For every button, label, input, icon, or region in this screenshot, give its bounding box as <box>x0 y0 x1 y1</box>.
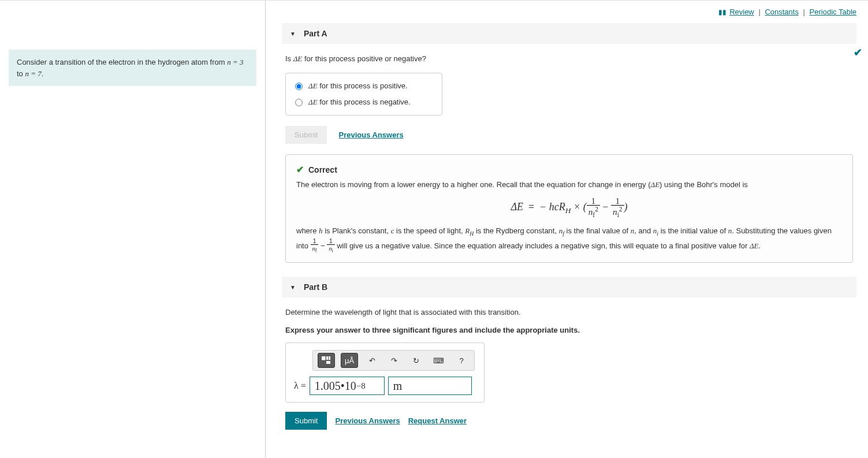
top-links: ▮▮ Review | Constants | Periodic Table <box>282 1 856 23</box>
part-a-body: Is ΔE for this process positive or negat… <box>282 54 856 277</box>
opt2-var: ΔE <box>308 98 318 106</box>
review-link[interactable]: Review <box>729 8 754 16</box>
q-prefix: Is <box>285 54 293 63</box>
part-a-question: Is ΔE for this process positive or negat… <box>285 54 853 64</box>
equation: ΔE = − hcRH × (1nf2 − 1ni2) <box>296 196 842 219</box>
part-b-buttons: Submit Previous Answers Request Answer <box>285 412 853 430</box>
l2a: where <box>296 226 319 235</box>
radio-negative[interactable] <box>295 99 303 106</box>
f2da: n <box>613 207 617 217</box>
opt2-text: for this process is negative. <box>318 98 411 106</box>
eq-rhs-a: − hcR <box>539 201 565 213</box>
keyboard-button[interactable]: ⌨ <box>430 353 448 368</box>
l2d: is the Rydberg constant, <box>474 226 558 235</box>
submit-button-a: Submit <box>285 126 327 144</box>
part-b-header[interactable]: ▼ Part B <box>282 277 856 297</box>
part-a-header[interactable]: ▼ Part A ✔ <box>282 23 856 44</box>
checkmark-icon: ✔ <box>296 163 304 177</box>
problem-mid: to <box>17 69 25 78</box>
feedback-text: The electron is moving from a lower ener… <box>296 179 842 254</box>
checkmark-icon: ✔ <box>854 46 862 59</box>
value-input[interactable]: 1.005 • 10−8 <box>310 377 385 395</box>
part-b-title: Part B <box>304 282 327 292</box>
fb-1a: The electron is moving from a lower ener… <box>296 180 651 189</box>
feedback-box: ✔ Correct The electron is moving from a … <box>285 154 853 263</box>
units-button[interactable]: μÅ <box>341 353 358 368</box>
f1dp: 2 <box>595 206 598 213</box>
f1n: 1 <box>587 196 600 206</box>
f2n: 1 <box>611 196 624 206</box>
eq-minus: − <box>600 201 611 213</box>
l2m: − <box>318 241 327 250</box>
l2f: , and <box>634 226 653 235</box>
feedback-title-text: Correct <box>308 164 337 176</box>
problem-n-from: n = 3 <box>227 58 243 66</box>
eq-eq: = <box>528 201 534 213</box>
val-dot: • <box>341 379 345 393</box>
main-panel: ▮▮ Review | Constants | Periodic Table ▼… <box>265 1 868 458</box>
problem-n-to: n = 7 <box>25 69 41 78</box>
request-answer-link[interactable]: Request Answer <box>408 416 467 425</box>
val-ten: 10 <box>345 379 356 393</box>
unit-text: m <box>393 379 403 393</box>
problem-suffix: . <box>42 69 44 78</box>
problem-text: Consider a transition of the electron in… <box>17 58 227 66</box>
opt1-var: ΔE <box>308 81 318 90</box>
unit-input[interactable]: m <box>388 377 472 395</box>
template-button[interactable] <box>318 353 335 368</box>
l2j: . <box>759 241 761 250</box>
answer-input-area: μÅ ↶ ↷ ↻ ⌨ ? λ = 1.005 • 10−8 m <box>285 342 485 403</box>
option-positive[interactable]: ΔE for this process is positive. <box>295 81 433 91</box>
l2c: is the speed of light, <box>394 226 465 235</box>
help-button[interactable]: ? <box>453 353 470 368</box>
separator: | <box>758 8 760 16</box>
l2i: will give us a negative value. Since the… <box>335 241 750 250</box>
lf2s: i <box>332 248 333 254</box>
eq-rhs-b: × ( <box>571 201 587 213</box>
eq-rhs-sub: H <box>565 206 571 214</box>
eq-close: ) <box>624 201 628 213</box>
problem-panel: Consider a transition of the electron in… <box>0 1 265 458</box>
svg-rect-3 <box>326 361 330 364</box>
lf2n: 1 <box>327 238 334 245</box>
q-suffix: for this process positive or negative? <box>302 54 426 63</box>
val-exp: −8 <box>356 381 366 391</box>
l2b: is Plank's constant, <box>323 226 391 235</box>
lambda-label: λ = <box>294 381 306 391</box>
input-row: λ = 1.005 • 10−8 m <box>294 377 476 395</box>
lf1s: f <box>315 248 316 254</box>
undo-button[interactable]: ↶ <box>364 353 380 368</box>
caret-down-icon: ▼ <box>290 31 296 37</box>
part-a-buttons: Submit Previous Answers <box>285 126 853 144</box>
svg-rect-0 <box>322 356 325 360</box>
q-var: ΔE <box>293 54 303 63</box>
lf1n: 1 <box>311 238 319 245</box>
answer-options: ΔE for this process is positive. ΔE for … <box>285 73 442 116</box>
redo-button[interactable]: ↷ <box>386 353 402 368</box>
problem-statement: Consider a transition of the electron in… <box>9 50 256 86</box>
fb-1b: ) using the Bohr's model is <box>660 180 748 189</box>
constants-link[interactable]: Constants <box>765 8 799 16</box>
book-icon: ▮▮ <box>718 8 727 16</box>
submit-button-b[interactable]: Submit <box>285 412 327 430</box>
separator: | <box>803 8 805 16</box>
periodic-table-link[interactable]: Periodic Table <box>810 8 856 16</box>
option-negative[interactable]: ΔE for this process is negative. <box>295 98 433 107</box>
l2e: is the final value of <box>564 226 631 235</box>
opt1-text: for this process is positive. <box>318 81 408 90</box>
caret-down-icon: ▼ <box>290 284 296 291</box>
eq-lhs: ΔE <box>511 201 523 213</box>
radio-positive[interactable] <box>295 83 303 90</box>
part-b-question: Determine the wavelength of light that i… <box>285 308 853 316</box>
previous-answers-link-b[interactable]: Previous Answers <box>335 416 400 425</box>
l2de: ΔE <box>750 241 759 250</box>
reset-button[interactable]: ↻ <box>408 353 424 368</box>
previous-answers-link-a[interactable]: Previous Answers <box>338 131 403 139</box>
part-a-title: Part A <box>304 29 327 38</box>
svg-rect-2 <box>329 356 330 360</box>
part-b-body: Determine the wavelength of light that i… <box>282 308 856 444</box>
svg-rect-1 <box>326 356 328 360</box>
f2dp: 2 <box>619 206 623 213</box>
l2g: is the initial value of <box>658 226 728 235</box>
feedback-title: ✔ Correct <box>296 163 842 177</box>
